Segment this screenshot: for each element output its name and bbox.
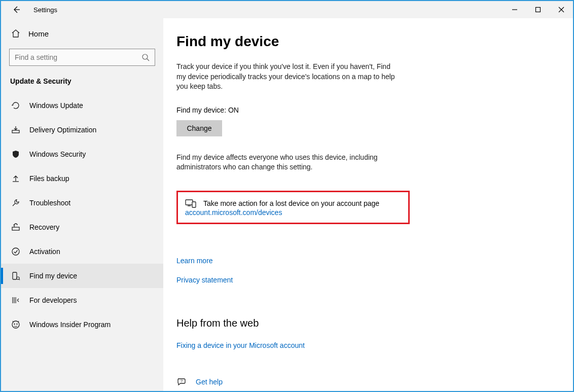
svg-point-7 <box>12 248 19 255</box>
sidebar-item-label: Windows Security <box>29 150 86 158</box>
svg-line-10 <box>19 279 20 280</box>
sidebar-item-label: Find my device <box>29 272 77 280</box>
activation-icon <box>11 247 20 256</box>
privacy-statement-link[interactable]: Privacy statement <box>176 276 573 284</box>
home-label: Home <box>28 29 49 38</box>
sidebar-item-for-developers[interactable]: For developers <box>1 288 163 312</box>
sidebar-item-troubleshoot[interactable]: Troubleshoot <box>1 191 163 215</box>
change-button[interactable]: Change <box>176 120 222 136</box>
page-title: Find my device <box>176 33 573 50</box>
sidebar-item-windows-security[interactable]: Windows Security <box>1 142 163 166</box>
svg-rect-6 <box>12 227 19 230</box>
backup-icon <box>11 174 20 183</box>
maximize-button[interactable] <box>526 1 550 18</box>
sidebar-item-label: Delivery Optimization <box>29 126 96 134</box>
svg-point-12 <box>14 324 15 325</box>
troubleshoot-icon <box>11 198 20 207</box>
sidebar: Home Update & Security Windows Update <box>1 18 163 391</box>
svg-point-13 <box>16 324 17 325</box>
affects-description: Find my device affects everyone who uses… <box>176 153 400 172</box>
sidebar-item-find-my-device[interactable]: Find my device <box>1 264 163 288</box>
section-header: Update & Security <box>1 66 163 90</box>
close-button[interactable] <box>550 1 573 18</box>
search-box[interactable] <box>9 49 155 66</box>
sidebar-item-activation[interactable]: Activation <box>1 239 163 264</box>
window-controls <box>503 1 573 18</box>
delivery-icon <box>11 125 20 134</box>
help-fixing-device-link[interactable]: Fixing a device in your Microsoft accoun… <box>176 341 305 349</box>
page-description: Track your device if you think you've lo… <box>176 62 400 92</box>
svg-rect-14 <box>186 200 193 205</box>
search-input[interactable] <box>15 53 141 61</box>
learn-more-link[interactable]: Learn more <box>176 257 573 265</box>
developers-icon <box>11 296 20 305</box>
search-icon <box>141 53 150 61</box>
sidebar-item-label: Activation <box>29 247 60 256</box>
get-help-icon: ? <box>176 377 187 387</box>
main-content: Find my device Track your device if you … <box>163 18 573 391</box>
sidebar-item-windows-insider[interactable]: Windows Insider Program <box>1 312 163 337</box>
nav: Windows Update Delivery Optimization Win… <box>1 93 163 337</box>
get-help-link[interactable]: Get help <box>196 378 223 386</box>
find-my-device-status: Find my device: ON <box>176 106 573 114</box>
svg-text:?: ? <box>181 379 183 383</box>
security-icon <box>11 150 20 159</box>
devices-icon <box>185 198 196 208</box>
sidebar-item-label: Windows Update <box>29 101 83 110</box>
back-button[interactable] <box>6 1 26 18</box>
svg-rect-4 <box>12 130 19 133</box>
recovery-icon <box>11 223 20 232</box>
home-icon <box>11 29 20 38</box>
sidebar-item-label: Troubleshoot <box>29 199 70 207</box>
account-devices-link[interactable]: account.microsoft.com/devices <box>185 208 401 217</box>
sidebar-item-label: Files backup <box>29 174 69 183</box>
svg-point-11 <box>12 321 19 328</box>
svg-point-2 <box>142 54 148 59</box>
account-action-highlight: Take more action for a lost device on yo… <box>176 191 410 224</box>
sidebar-item-label: Windows Insider Program <box>29 320 111 329</box>
sidebar-item-files-backup[interactable]: Files backup <box>1 166 163 191</box>
sidebar-item-label: Recovery <box>29 223 59 231</box>
sidebar-item-recovery[interactable]: Recovery <box>1 215 163 239</box>
svg-line-3 <box>147 59 149 61</box>
body: Home Update & Security Windows Update <box>1 18 573 391</box>
svg-point-9 <box>17 277 19 279</box>
help-heading: Help from the web <box>176 317 573 329</box>
svg-rect-16 <box>192 202 196 207</box>
settings-window: Settings Home <box>0 0 574 392</box>
sidebar-item-delivery-optimization[interactable]: Delivery Optimization <box>1 118 163 142</box>
home-button[interactable]: Home <box>1 23 163 44</box>
sidebar-item-windows-update[interactable]: Windows Update <box>1 93 163 118</box>
find-device-icon <box>11 271 20 280</box>
titlebar: Settings <box>1 1 573 18</box>
svg-rect-1 <box>536 8 541 12</box>
window-title: Settings <box>33 6 57 14</box>
sidebar-item-label: For developers <box>29 296 77 304</box>
svg-rect-8 <box>13 272 17 279</box>
insider-icon <box>11 320 20 329</box>
account-action-text: Take more action for a lost device on yo… <box>203 199 379 207</box>
update-icon <box>11 101 20 110</box>
minimize-button[interactable] <box>503 1 526 18</box>
